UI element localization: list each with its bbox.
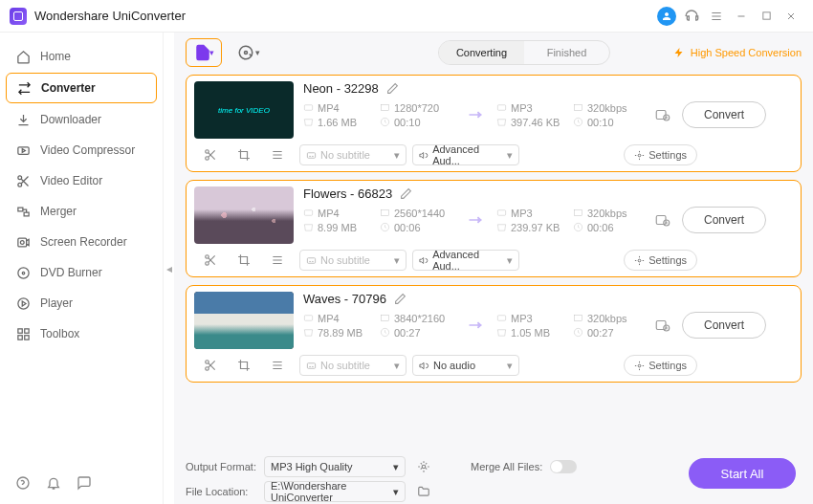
file-title: Flowers - 66823 <box>303 186 392 201</box>
svg-point-2 <box>17 175 21 179</box>
sidebar-item-dvd[interactable]: DVD Burner <box>6 258 157 287</box>
crop-icon[interactable] <box>236 147 252 163</box>
crop-icon[interactable] <box>236 252 252 268</box>
svg-rect-14 <box>24 335 28 339</box>
audio-select[interactable]: Advanced Aud...▾ <box>412 250 519 271</box>
sidebar-item-editor[interactable]: Video Editor <box>6 166 157 195</box>
sidebar-item-label: Downloader <box>40 113 101 126</box>
convert-button[interactable]: Convert <box>682 207 766 233</box>
item-settings-button[interactable]: Settings <box>624 144 697 165</box>
svg-rect-46 <box>574 315 582 320</box>
sidebar-item-player[interactable]: Player <box>6 289 157 318</box>
sidebar-item-compressor[interactable]: Video Compressor <box>6 136 157 164</box>
main-panel: ▾ ▾ Converting Finished High Speed Conve… <box>174 33 813 504</box>
sidebar-item-home[interactable]: Home <box>6 42 157 71</box>
thumbnail[interactable] <box>194 186 294 244</box>
audio-select[interactable]: Advanced Aud...▾ <box>412 144 519 165</box>
rename-icon[interactable] <box>400 187 412 200</box>
sidebar-item-label: Converter <box>41 81 96 95</box>
rename-icon[interactable] <box>394 293 406 305</box>
trim-icon[interactable] <box>203 147 218 163</box>
svg-rect-1 <box>17 146 28 154</box>
effect-icon[interactable] <box>270 147 285 163</box>
src-format: MP4 <box>303 208 374 219</box>
help-icon[interactable] <box>15 475 33 493</box>
feedback-icon[interactable] <box>77 475 94 493</box>
tab-finished[interactable]: Finished <box>524 41 609 64</box>
svg-point-16 <box>239 46 253 59</box>
thumbnail[interactable] <box>194 81 294 139</box>
sidebar-item-label: Video Compressor <box>40 143 135 157</box>
sidebar: Home Converter Downloader Video Compress… <box>0 33 163 504</box>
svg-rect-6 <box>17 238 26 247</box>
scissors-icon <box>15 173 31 188</box>
converter-icon <box>16 80 32 96</box>
trim-icon[interactable] <box>203 358 218 373</box>
svg-point-26 <box>206 150 209 154</box>
minimize-icon[interactable] <box>729 4 754 29</box>
dst-duration: 00:06 <box>573 222 644 233</box>
subtitle-select[interactable]: No subtitle▾ <box>299 355 406 376</box>
subtitle-select[interactable]: No subtitle▾ <box>299 250 406 271</box>
add-file-button[interactable]: ▾ <box>186 38 222 67</box>
add-dvd-button[interactable]: ▾ <box>231 38 266 67</box>
svg-point-51 <box>206 367 209 371</box>
output-settings-icon[interactable] <box>413 456 434 477</box>
audio-select[interactable]: No audio▾ <box>412 355 519 376</box>
output-settings-icon[interactable] <box>649 211 676 229</box>
output-format-label: Output Format: <box>186 461 256 472</box>
toolbar: ▾ ▾ Converting Finished High Speed Conve… <box>174 33 813 73</box>
sidebar-collapse-icon[interactable]: ◂ <box>163 33 174 504</box>
tab-converting[interactable]: Converting <box>439 41 524 64</box>
svg-rect-4 <box>17 208 22 211</box>
file-location-select[interactable]: E:\Wondershare UniConverter▾ <box>264 481 406 502</box>
support-icon[interactable] <box>679 4 704 29</box>
svg-point-50 <box>206 361 209 364</box>
high-speed-link[interactable]: High Speed Conversion <box>673 47 802 58</box>
svg-rect-43 <box>381 315 388 320</box>
browse-folder-icon[interactable] <box>413 481 434 502</box>
src-size: 1.66 MB <box>303 117 374 128</box>
svg-point-8 <box>17 267 28 277</box>
thumbnail[interactable] <box>194 292 294 349</box>
item-settings-button[interactable]: Settings <box>624 250 697 271</box>
effect-icon[interactable] <box>270 358 285 373</box>
sidebar-item-downloader[interactable]: Downloader <box>6 105 157 134</box>
item-settings-button[interactable]: Settings <box>624 355 697 376</box>
sidebar-item-label: Home <box>40 50 71 63</box>
svg-rect-24 <box>656 111 666 120</box>
output-settings-icon[interactable] <box>649 317 676 334</box>
svg-point-10 <box>17 297 28 308</box>
svg-rect-31 <box>381 209 388 215</box>
sidebar-item-merger[interactable]: Merger <box>6 197 157 226</box>
close-icon[interactable] <box>779 4 803 29</box>
sidebar-item-label: Video Editor <box>40 174 102 187</box>
merge-toggle[interactable] <box>550 460 577 473</box>
maximize-icon[interactable] <box>754 4 779 29</box>
convert-button[interactable]: Convert <box>682 312 766 339</box>
crop-icon[interactable] <box>236 358 252 373</box>
svg-rect-12 <box>24 328 28 332</box>
rename-icon[interactable] <box>386 82 399 95</box>
svg-point-39 <box>206 262 209 266</box>
dst-format: MP3 <box>496 313 567 324</box>
bell-icon[interactable] <box>46 475 63 493</box>
svg-rect-45 <box>497 316 505 321</box>
subtitle-select[interactable]: No subtitle▾ <box>299 144 406 165</box>
account-avatar[interactable] <box>654 4 679 29</box>
sidebar-item-converter[interactable]: Converter <box>6 73 157 103</box>
sidebar-item-recorder[interactable]: Screen Recorder <box>6 228 157 256</box>
svg-rect-33 <box>497 210 505 216</box>
convert-button[interactable]: Convert <box>682 101 766 128</box>
start-all-button[interactable]: Start All <box>689 458 796 489</box>
tab-segment: Converting Finished <box>438 40 610 65</box>
output-settings-icon[interactable] <box>649 106 676 123</box>
trim-icon[interactable] <box>203 252 218 268</box>
download-icon <box>15 112 31 127</box>
dst-bitrate: 320kbps <box>573 208 644 219</box>
menu-icon[interactable] <box>704 4 729 29</box>
dst-format: MP3 <box>496 208 567 219</box>
sidebar-item-toolbox[interactable]: Toolbox <box>6 319 157 348</box>
effect-icon[interactable] <box>270 252 285 268</box>
output-format-select[interactable]: MP3 High Quality▾ <box>264 456 406 477</box>
